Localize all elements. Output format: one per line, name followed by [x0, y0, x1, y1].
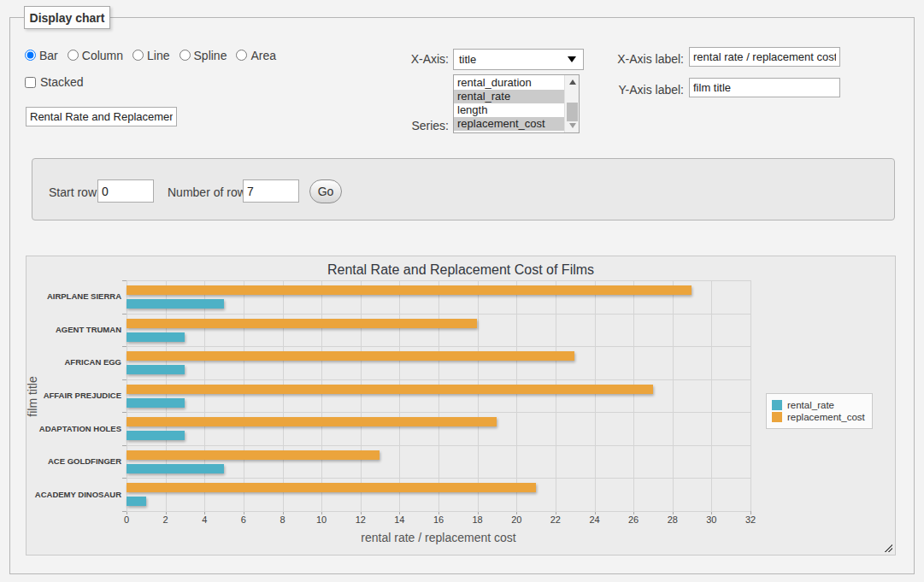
category-label: AGENT TRUMAN	[26, 325, 121, 334]
x-gridline	[244, 280, 244, 511]
series-option[interactable]: rental_rate	[454, 90, 564, 103]
x-tick-label: 24	[582, 514, 608, 525]
x-gridline	[361, 280, 362, 511]
y-gridline	[127, 412, 750, 413]
row-range-panel	[32, 158, 895, 220]
bar-replacement_cost[interactable]	[127, 385, 653, 394]
x-axis-label-input[interactable]	[689, 47, 840, 67]
x-tick-label: 8	[270, 514, 296, 525]
y-gridline	[127, 346, 750, 347]
series-option[interactable]: rental_duration	[454, 76, 564, 90]
chart-type-option-line: Line	[132, 49, 169, 62]
scroll-up-icon	[569, 79, 576, 85]
y-tick-mark	[122, 379, 127, 380]
x-gridline	[516, 280, 517, 511]
go-button[interactable]: Go	[309, 179, 342, 203]
bar-rental_rate[interactable]	[127, 497, 146, 506]
y-gridline	[127, 511, 750, 512]
y-axis-label-input[interactable]	[689, 78, 840, 97]
series-scrollbar[interactable]	[564, 75, 579, 132]
x-gridline	[556, 280, 556, 511]
y-tick-mark	[122, 511, 127, 512]
series-option[interactable]: replacement_cost	[454, 117, 564, 131]
category-label: AIRPLANE SIERRA	[26, 291, 121, 301]
y-gridline	[127, 280, 750, 281]
x-gridline	[633, 280, 634, 511]
x-tick-label: 6	[231, 514, 256, 525]
x-tick-label: 2	[153, 514, 179, 525]
chart-type-option-bar: Bar	[25, 49, 58, 62]
chart-type-option-area: Area	[236, 49, 276, 62]
x-tick-label: 28	[660, 514, 686, 525]
y-gridline	[127, 314, 750, 315]
resize-handle-icon[interactable]	[883, 543, 892, 552]
chart-type-radio-area[interactable]	[236, 50, 247, 61]
x-tick-label: 18	[465, 514, 491, 525]
x-gridline	[711, 280, 712, 511]
x-tick-label: 26	[621, 514, 646, 525]
y-tick-mark	[122, 478, 127, 479]
bar-rental_rate[interactable]	[127, 398, 185, 408]
x-gridline	[595, 280, 596, 511]
y-tick-mark	[122, 346, 127, 347]
x-axis-label-caption: X-Axis label:	[609, 52, 684, 66]
stacked-checkbox[interactable]	[25, 77, 36, 88]
plot-area	[127, 280, 750, 511]
chart-type-label: Spline	[194, 49, 227, 62]
bar-rental_rate[interactable]	[127, 332, 185, 342]
y-tick-mark	[122, 280, 127, 281]
chart-type-radio-column[interactable]	[68, 50, 79, 61]
number-of-rows-input[interactable]	[243, 179, 299, 203]
x-axis-caption: X-Axis:	[385, 52, 449, 66]
category-label: AFRICAN EGG	[26, 357, 121, 367]
series-multiselect[interactable]: rental_durationrental_ratelengthreplacem…	[453, 74, 580, 133]
x-gridline	[673, 280, 674, 511]
x-tick-label: 22	[543, 514, 568, 525]
x-tick-label: 0	[114, 514, 139, 525]
category-label: ADAPTATION HOLES	[26, 424, 121, 433]
chart-title: Rental Rate and Replacement Cost of Film…	[26, 262, 895, 278]
x-axis-select[interactable]: title	[453, 49, 584, 70]
chart-legend: rental_ratereplacement_cost	[766, 393, 873, 429]
bar-replacement_cost[interactable]	[127, 417, 497, 426]
bar-rental_rate[interactable]	[127, 299, 224, 309]
scroll-down-icon	[569, 123, 576, 128]
x-tick-label: 12	[348, 514, 374, 525]
bar-rental_rate[interactable]	[127, 365, 185, 374]
legend-item-rental_rate[interactable]: rental_rate	[772, 400, 865, 410]
scroll-down-button[interactable]	[565, 119, 580, 132]
chart-type-radio-spline[interactable]	[180, 50, 191, 61]
start-row-input[interactable]	[97, 179, 154, 203]
x-gridline	[283, 280, 284, 511]
x-axis-title: rental rate / replacement cost	[127, 531, 750, 544]
bar-rental_rate[interactable]	[127, 464, 224, 473]
x-tick-label: 20	[503, 514, 529, 525]
scroll-up-button[interactable]	[565, 75, 580, 89]
bar-replacement_cost[interactable]	[127, 319, 477, 328]
chart-title-input[interactable]	[26, 107, 177, 126]
bar-replacement_cost[interactable]	[127, 285, 692, 295]
series-caption: Series:	[385, 119, 449, 132]
chart-type-radio-group: BarColumnLineSplineArea	[25, 48, 285, 62]
bar-replacement_cost[interactable]	[127, 483, 536, 492]
legend-label: replacement_cost	[787, 412, 865, 422]
stacked-label: Stacked	[40, 75, 84, 89]
bar-rental_rate[interactable]	[127, 431, 185, 440]
x-tick-label: 30	[698, 514, 724, 525]
bar-replacement_cost[interactable]	[127, 450, 380, 460]
bar-replacement_cost[interactable]	[127, 351, 574, 361]
y-gridline	[127, 379, 750, 380]
x-gridline	[438, 280, 439, 511]
chart-type-radio-bar[interactable]	[25, 50, 36, 61]
x-tick-label: 10	[309, 514, 334, 525]
chart-container: Rental Rate and Replacement Cost of Film…	[26, 256, 896, 556]
series-option[interactable]: length	[454, 103, 564, 117]
category-label: ACE GOLDFINGER	[26, 456, 121, 466]
x-tick-label: 4	[191, 514, 217, 525]
x-gridline	[478, 280, 479, 511]
start-row-label: Start row:	[49, 185, 100, 199]
legend-item-replacement_cost[interactable]: replacement_cost	[772, 412, 865, 422]
chart-type-radio-line[interactable]	[132, 50, 144, 61]
x-tick-label: 16	[426, 514, 451, 525]
chart-type-label: Column	[82, 49, 123, 62]
